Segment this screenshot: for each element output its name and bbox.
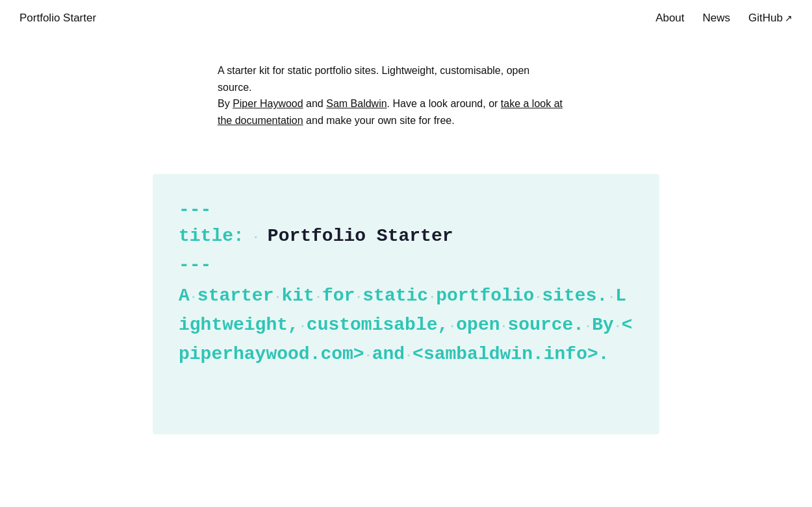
intro-by: By: [218, 98, 233, 109]
site-title[interactable]: Portfolio Starter: [19, 12, 96, 25]
site-header: Portfolio Starter About News GitHub↗: [0, 0, 812, 36]
nav-news[interactable]: News: [703, 12, 731, 25]
intro-and: and: [303, 98, 327, 109]
main-nav: About News GitHub↗: [655, 12, 793, 25]
nav-about[interactable]: About: [655, 12, 684, 25]
code-title-key: title:: [179, 226, 244, 246]
code-separator-bottom: ---: [179, 255, 633, 275]
code-separator-top: ---: [179, 200, 633, 220]
code-title-line: title: · Portfolio Starter: [179, 223, 633, 250]
intro-text-start: A starter kit for static portfolio sites…: [218, 65, 529, 93]
main-content: A starter kit for static portfolio sites…: [0, 36, 812, 434]
dot-spacer: ·: [244, 230, 268, 245]
author2-link[interactable]: Sam Baldwin: [326, 98, 387, 109]
code-block: --- title: · Portfolio Starter --- A·sta…: [153, 174, 659, 434]
code-title-value: Portfolio Starter: [268, 226, 453, 246]
author1-link[interactable]: Piper Haywood: [233, 98, 303, 109]
intro-section: A starter kit for static portfolio sites…: [0, 36, 585, 155]
external-link-icon: ↗: [785, 13, 793, 23]
intro-text: A starter kit for static portfolio sites…: [218, 62, 565, 129]
intro-end: and make your own site for free.: [303, 115, 455, 126]
code-body: A·starter·kit·for·static·portfolio·sites…: [179, 282, 633, 369]
nav-github[interactable]: GitHub↗: [748, 12, 793, 25]
intro-middle: . Have a look around, or: [387, 98, 501, 109]
